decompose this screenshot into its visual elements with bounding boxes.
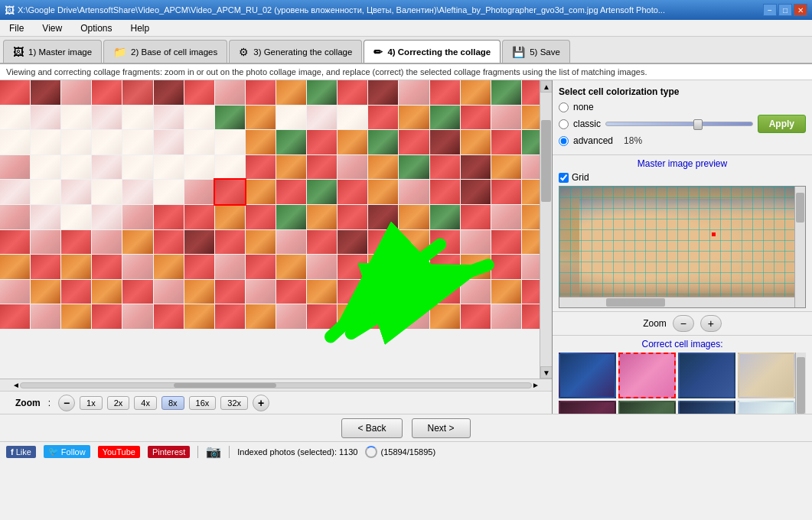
mosaic-cell[interactable] xyxy=(31,180,60,204)
mosaic-cell[interactable] xyxy=(246,304,276,329)
mosaic-cell[interactable] xyxy=(399,280,429,304)
mosaic-cell[interactable] xyxy=(338,180,367,204)
hscroll-right-btn[interactable]: ► xyxy=(532,381,540,389)
mosaic-cell[interactable] xyxy=(461,255,491,279)
mosaic-cell[interactable] xyxy=(122,205,152,229)
mosaic-cell[interactable] xyxy=(61,205,91,229)
mosaic-cell[interactable] xyxy=(368,106,398,130)
mosaic-cell[interactable] xyxy=(92,205,122,229)
mosaic-cell[interactable] xyxy=(122,255,152,279)
mosaic-cell[interactable] xyxy=(491,155,521,180)
mosaic-cell[interactable] xyxy=(92,80,122,105)
mosaic-cell[interactable] xyxy=(31,230,60,255)
mosaic-cell[interactable] xyxy=(0,106,30,130)
zoom-8x-button[interactable]: 8x xyxy=(161,396,184,410)
mosaic-cell[interactable] xyxy=(307,304,337,329)
cell-image-4[interactable] xyxy=(738,353,795,398)
zoom-2x-button[interactable]: 2x xyxy=(107,396,130,410)
mosaic-cell[interactable] xyxy=(491,230,521,255)
zoom-32x-button[interactable]: 32x xyxy=(220,396,248,410)
mosaic-cell[interactable] xyxy=(31,304,60,329)
mosaic-cell[interactable] xyxy=(92,106,122,130)
mosaic-cell[interactable] xyxy=(184,230,214,255)
mosaic-cell[interactable] xyxy=(184,80,214,105)
mosaic-cell[interactable] xyxy=(399,130,429,154)
mosaic-cell[interactable] xyxy=(246,80,276,105)
mosaic-cell[interactable] xyxy=(154,205,184,229)
mosaic-cell[interactable] xyxy=(246,280,276,304)
mosaic-cell[interactable] xyxy=(246,180,276,204)
mosaic-cell[interactable] xyxy=(31,205,60,229)
mosaic-cell[interactable] xyxy=(399,230,429,255)
radio-advanced[interactable] xyxy=(559,136,569,146)
tab-correcting[interactable]: ✏ 4) Correcting the collage xyxy=(364,40,501,63)
mosaic-cell[interactable] xyxy=(276,205,306,229)
mosaic-cell[interactable] xyxy=(461,205,491,229)
mosaic-cell[interactable] xyxy=(338,205,367,229)
mosaic-cell[interactable] xyxy=(307,80,337,105)
tab-generating[interactable]: ⚙ 3) Generating the collage xyxy=(229,40,362,63)
mosaic-cell[interactable] xyxy=(215,230,245,255)
mosaic-cell[interactable] xyxy=(368,280,398,304)
menu-options[interactable]: Options xyxy=(74,21,118,35)
scroll-thumb[interactable] xyxy=(541,120,551,202)
mosaic-cell[interactable] xyxy=(338,80,367,105)
mosaic-cell[interactable] xyxy=(0,155,30,180)
mosaic-cell[interactable] xyxy=(0,180,30,204)
mosaic-cell[interactable] xyxy=(307,180,337,204)
preview-hscroll-thumb[interactable] xyxy=(606,298,665,307)
mosaic-cell[interactable] xyxy=(491,180,521,204)
mosaic-cell[interactable] xyxy=(491,205,521,229)
mosaic-cell[interactable] xyxy=(491,255,521,279)
next-button[interactable]: Next > xyxy=(412,418,471,438)
mosaic-cell[interactable] xyxy=(430,106,460,130)
mosaic-cell[interactable] xyxy=(215,255,245,279)
mosaic-cell[interactable] xyxy=(154,304,184,329)
mosaic-cell[interactable] xyxy=(491,106,521,130)
mosaic-cell[interactable] xyxy=(307,130,337,154)
mosaic-cell[interactable] xyxy=(154,80,184,105)
zoom-1x-button[interactable]: 1x xyxy=(80,396,103,410)
facebook-like-button[interactable]: f Like xyxy=(6,446,36,458)
mosaic-cell[interactable] xyxy=(215,304,245,329)
mosaic-cell[interactable] xyxy=(61,304,91,329)
mosaic-cell[interactable] xyxy=(491,80,521,105)
mosaic-cell[interactable] xyxy=(399,205,429,229)
mosaic-cell[interactable] xyxy=(276,304,306,329)
twitter-follow-button[interactable]: 🐦 Follow xyxy=(44,445,90,458)
mosaic-cell[interactable] xyxy=(31,280,60,304)
hscroll-thumb[interactable] xyxy=(174,383,276,388)
mosaic-cell[interactable] xyxy=(246,230,276,255)
mosaic-cell[interactable] xyxy=(31,80,60,105)
mosaic-cell[interactable] xyxy=(399,106,429,130)
mosaic-cell[interactable] xyxy=(461,230,491,255)
mosaic-cell[interactable] xyxy=(368,130,398,154)
mosaic-cell[interactable] xyxy=(61,280,91,304)
mosaic-cell[interactable] xyxy=(461,155,491,180)
classic-slider-thumb[interactable] xyxy=(693,119,703,130)
mosaic-cell[interactable] xyxy=(276,180,306,204)
mosaic-cell[interactable] xyxy=(92,130,122,154)
mosaic-cell[interactable] xyxy=(184,255,214,279)
pinterest-button[interactable]: Pinterest xyxy=(148,446,190,458)
cell-images-scroll-thumb[interactable] xyxy=(797,357,805,414)
mosaic-cell[interactable] xyxy=(430,80,460,105)
mosaic-cell[interactable] xyxy=(61,80,91,105)
mosaic-cell[interactable] xyxy=(0,230,30,255)
mosaic-cell[interactable] xyxy=(154,180,184,204)
mosaic-cell[interactable] xyxy=(368,155,398,180)
mosaic-cell[interactable] xyxy=(491,130,521,154)
mosaic-cell[interactable] xyxy=(307,280,337,304)
mosaic-cell[interactable] xyxy=(276,230,306,255)
mosaic-cell[interactable] xyxy=(0,304,30,329)
mosaic-cell[interactable] xyxy=(61,130,91,154)
mosaic-cell[interactable] xyxy=(430,280,460,304)
mosaic-cell[interactable] xyxy=(246,155,276,180)
mosaic-cell[interactable] xyxy=(338,230,367,255)
mosaic-cell[interactable] xyxy=(399,180,429,204)
mosaic-cell[interactable] xyxy=(338,255,367,279)
mosaic-cell[interactable] xyxy=(276,255,306,279)
tab-base-cells[interactable]: 📁 2) Base of cell images xyxy=(103,40,227,63)
mosaic-cell[interactable] xyxy=(61,106,91,130)
mosaic-cell[interactable] xyxy=(338,130,367,154)
